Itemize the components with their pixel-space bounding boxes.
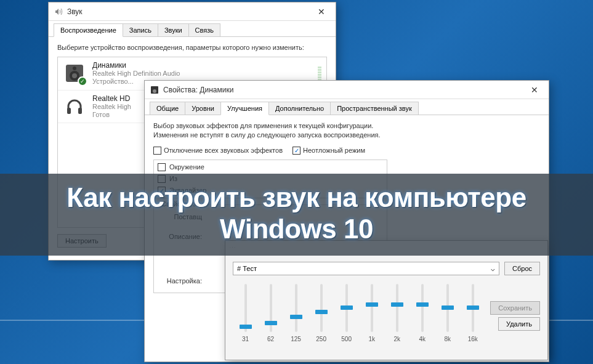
- slider-track: [371, 284, 373, 332]
- disable-label: Отключение всех звуковых эффектов: [164, 147, 283, 154]
- eq-slider-125[interactable]: 125: [286, 284, 307, 342]
- slider-track: [345, 284, 348, 332]
- checkbox-icon: ✓: [292, 147, 301, 155]
- slider-freq-label: 16k: [468, 336, 478, 342]
- effect-item-environment[interactable]: Окружение: [154, 161, 387, 173]
- speaker-icon: [54, 7, 63, 17]
- slider-thumb[interactable]: [341, 305, 353, 310]
- eq-slider-2k[interactable]: 2k: [387, 284, 408, 342]
- disable-effects-checkbox[interactable]: Отключение всех звуковых эффектов: [153, 147, 283, 155]
- svg-point-7: [153, 89, 156, 93]
- speaker-icon: [150, 85, 159, 95]
- slider-thumb[interactable]: [290, 315, 302, 319]
- slider-track: [320, 284, 323, 332]
- checkbox-icon: [158, 163, 166, 171]
- eq-slider-4k[interactable]: 4k: [412, 284, 433, 342]
- slider-thumb[interactable]: [240, 325, 252, 329]
- svg-rect-5: [78, 108, 82, 114]
- tab-general[interactable]: Общие: [150, 102, 185, 115]
- close-icon[interactable]: ✕: [312, 4, 331, 19]
- delete-button[interactable]: Удалить: [498, 317, 540, 331]
- title-overlay-banner: Как настроить звук на компьютере Windows…: [0, 174, 593, 256]
- slider-freq-label: 8k: [444, 336, 451, 342]
- preset-value: # Тест: [237, 265, 257, 272]
- chevron-down-icon: ⌵: [491, 265, 495, 273]
- eq-slider-16k[interactable]: 16k: [462, 284, 483, 342]
- eq-slider-8k[interactable]: 8k: [437, 284, 458, 342]
- eq-slider-250[interactable]: 250: [311, 284, 332, 342]
- slider-thumb[interactable]: [366, 302, 378, 307]
- banner-line2: Windows 10: [0, 214, 593, 245]
- tab-sounds[interactable]: Звуки: [158, 23, 189, 36]
- slider-freq-label: 250: [316, 336, 326, 342]
- check-badge-icon: ✓: [78, 76, 87, 86]
- eq-controls: # Тест ⌵ Сброс: [233, 262, 540, 275]
- banner-line1: Как настроить звук на компьютере: [0, 182, 593, 214]
- save-button[interactable]: Сохранить: [490, 301, 540, 315]
- slider-freq-label: 500: [341, 336, 352, 342]
- slider-thumb[interactable]: [391, 302, 403, 307]
- reset-button[interactable]: Сброс: [504, 262, 540, 275]
- slider-freq-label: 4k: [419, 336, 426, 342]
- slider-freq-label: 62: [267, 336, 274, 342]
- tab-playback[interactable]: Воспроизведение: [54, 23, 123, 37]
- slider-freq-label: 2k: [393, 336, 400, 342]
- eq-slider-62[interactable]: 62: [260, 284, 281, 342]
- checkbox-icon: [153, 147, 161, 155]
- eq-slider-31[interactable]: 31: [235, 284, 256, 342]
- props-titlebar[interactable]: Свойства: Динамики ✕: [145, 81, 549, 99]
- tab-advanced[interactable]: Дополнительно: [268, 102, 331, 115]
- instruction-text: Выберите устройство воспроизведения, пар…: [57, 43, 327, 52]
- tab-enhancements[interactable]: Улучшения: [220, 102, 269, 115]
- slider-track: [295, 284, 297, 332]
- slider-track: [244, 284, 247, 332]
- device-sub1: Realtek High Definition Audio: [92, 70, 318, 78]
- slider-thumb[interactable]: [416, 302, 429, 307]
- slider-thumb[interactable]: [265, 321, 277, 325]
- tab-levels[interactable]: Уровни: [185, 102, 221, 115]
- eq-side-buttons: Сохранить Удалить: [490, 283, 540, 331]
- slider-thumb[interactable]: [467, 305, 479, 310]
- device-name: Динамики: [92, 61, 318, 70]
- urgent-label: Неотложный режим: [303, 147, 365, 154]
- slider-track: [270, 284, 272, 332]
- settings-label: Настройка:: [160, 277, 202, 285]
- slider-track: [421, 284, 424, 332]
- eq-window: ⋯ # Тест ⌵ Сброс 31621252505001k2k4k8k16…: [225, 240, 548, 360]
- headphones-device-icon: [63, 95, 86, 118]
- eq-slider-1k[interactable]: 1k: [361, 284, 382, 342]
- svg-point-2: [72, 73, 77, 78]
- eq-body: # Тест ⌵ Сброс 31621252505001k2k4k8k16k …: [225, 256, 547, 349]
- slider-track: [396, 284, 398, 332]
- slider-freq-label: 125: [291, 336, 301, 342]
- slider-freq-label: 31: [242, 336, 249, 342]
- sound-tabs: Воспроизведение Запись Звуки Связь: [49, 21, 336, 37]
- checkbox-row: Отключение всех звуковых эффектов ✓ Неот…: [153, 147, 540, 155]
- sound-titlebar[interactable]: Звук ✕: [49, 2, 336, 21]
- slider-track: [472, 284, 474, 332]
- svg-rect-4: [67, 108, 71, 114]
- close-icon[interactable]: ✕: [525, 83, 544, 97]
- svg-point-3: [73, 67, 76, 70]
- tab-spatial[interactable]: Пространственный звук: [330, 102, 419, 115]
- slider-thumb[interactable]: [315, 310, 328, 314]
- enhancement-description: Выбор звуковых эффектов для применения к…: [153, 121, 400, 140]
- preset-combo[interactable]: # Тест ⌵: [233, 262, 499, 275]
- eq-slider-500[interactable]: 500: [336, 284, 357, 342]
- sound-title: Звук: [67, 7, 312, 16]
- slider-thumb[interactable]: [442, 305, 454, 310]
- tab-recording[interactable]: Запись: [123, 23, 158, 36]
- urgent-mode-checkbox[interactable]: ✓ Неотложный режим: [292, 147, 365, 155]
- speaker-device-icon: ✓: [63, 62, 86, 85]
- eq-sliders: 31621252505001k2k4k8k16k: [233, 280, 485, 344]
- slider-freq-label: 1k: [368, 336, 375, 342]
- slider-track: [446, 284, 449, 332]
- props-title: Свойства: Динамики: [163, 86, 525, 94]
- tab-comm[interactable]: Связь: [188, 23, 220, 36]
- effect-label: Окружение: [169, 163, 204, 171]
- level-meter: [318, 67, 321, 81]
- props-tabs: Общие Уровни Улучшения Дополнительно Про…: [145, 99, 549, 115]
